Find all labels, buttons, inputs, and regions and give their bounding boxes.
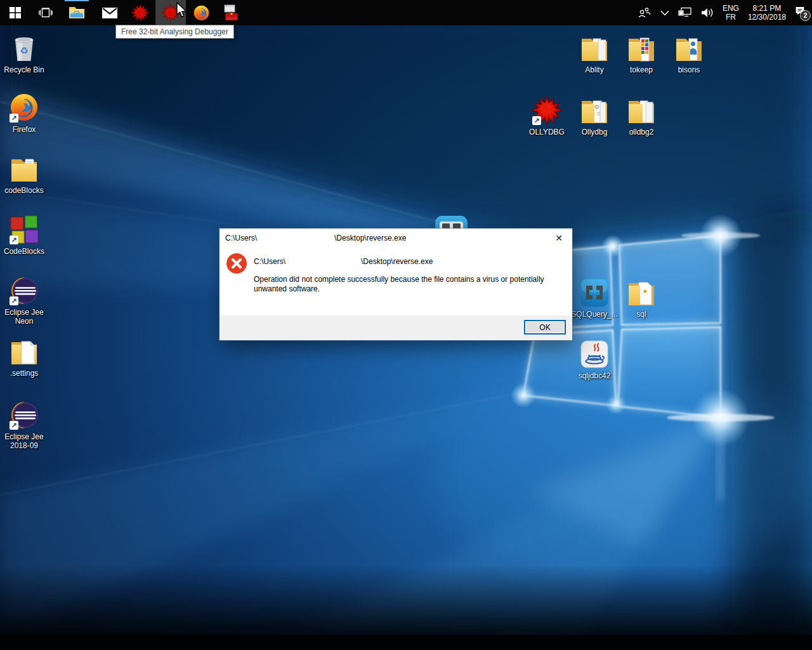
sql-operations-studio-icon <box>579 277 610 308</box>
error-dialog: C:\Users\ \Desktop\reverse.exe ✕ C:\User… <box>219 229 572 340</box>
icon-label: Firefox <box>0 125 48 134</box>
firefox-icon: ↗ <box>9 93 39 123</box>
desktop-icon-bisons[interactable]: bisons <box>665 33 713 74</box>
mail-icon <box>102 8 117 18</box>
icon-label: sql <box>617 310 665 319</box>
folder-icon <box>9 154 39 184</box>
action-center-button[interactable]: 2 <box>790 0 809 25</box>
language-line1: ENG <box>723 4 739 13</box>
notification-badge: 2 <box>800 10 811 21</box>
java-icon <box>579 339 610 369</box>
task-view-button[interactable] <box>30 0 61 25</box>
svg-text:⚙: ⚙ <box>594 103 600 110</box>
close-button[interactable]: ✕ <box>546 229 572 248</box>
codeblocks-icon: ↗ <box>9 215 39 245</box>
dialog-title-path-suffix: \Desktop\reverse.exe <box>334 234 406 242</box>
icon-label: sqljdbc42 <box>570 371 619 380</box>
mouse-cursor <box>176 2 190 18</box>
toolbox-button[interactable] <box>216 0 247 25</box>
file-explorer-button[interactable] <box>62 0 92 25</box>
icon-label: codeBlocks <box>0 186 48 195</box>
toolbox-icon <box>223 4 240 22</box>
desktop-icon-ablity[interactable]: Ablity <box>570 33 619 74</box>
shortcut-arrow-icon: ↗ <box>10 235 18 244</box>
ollydbg-button-1[interactable] <box>125 0 155 25</box>
desktop-icon-sqlquery[interactable]: SQLQuery_... <box>570 277 619 319</box>
people-button[interactable] <box>633 0 656 25</box>
taskbar-spacer <box>247 0 633 25</box>
icon-label: Eclipse Jee Neon <box>0 308 48 326</box>
ok-button[interactable]: OK <box>524 320 566 335</box>
shortcut-arrow-icon: ↗ <box>532 116 541 125</box>
dialog-title-path-prefix: C:\Users\ <box>225 234 257 242</box>
icon-label: SQLQuery_... <box>570 310 619 319</box>
desktop-icon-firefox[interactable]: ↗ Firefox <box>0 93 48 134</box>
volume-icon <box>701 7 714 18</box>
clock-date: 12/30/2018 <box>748 13 786 22</box>
folder-icon: ⚙ ⚙ <box>579 95 610 126</box>
folder-icon <box>626 277 657 308</box>
desktop-icon-codeblocks-folder[interactable]: codeBlocks <box>0 154 48 195</box>
start-button[interactable] <box>0 0 30 25</box>
firefox-icon <box>193 4 210 22</box>
shortcut-arrow-icon: ↗ <box>10 296 18 305</box>
folder-icon <box>626 95 657 126</box>
system-tray: ENG FR 8:21 PM 12/30/2018 2 <box>633 0 812 25</box>
taskbar-tooltip: Free 32-bit Analysing Debugger <box>115 25 234 39</box>
recycle-bin-icon: ♻ <box>9 33 39 63</box>
volume-button[interactable] <box>697 0 718 25</box>
svg-text:♻: ♻ <box>20 45 28 56</box>
icon-label: olldbg2 <box>617 128 665 136</box>
shortcut-arrow-icon: ↗ <box>10 421 18 430</box>
desktop-icon-recycle-bin[interactable]: ♻ Recycle Bin <box>0 33 48 74</box>
network-icon <box>678 7 692 18</box>
ollydbg-icon <box>131 4 149 22</box>
desktop-icon-sql-folder[interactable]: sql <box>617 277 665 319</box>
language-indicator[interactable]: ENG FR <box>718 0 743 25</box>
icon-label: bisons <box>665 65 713 74</box>
eclipse-icon: ↗ <box>9 400 39 430</box>
dialog-footer: OK <box>219 315 572 340</box>
network-button[interactable] <box>674 0 697 25</box>
desktop-icon-eclipse-2018[interactable]: ↗ Eclipse Jee 2018-09 <box>0 400 48 450</box>
folder-icon <box>674 33 704 63</box>
body-path-suffix: \Desktop\reverse.exe <box>361 257 433 266</box>
dialog-message: Operation did not complete successfully … <box>254 275 554 294</box>
icon-label: Ablity <box>570 65 619 74</box>
folder-icon <box>579 33 610 63</box>
icon-label: Eclipse Jee 2018-09 <box>0 432 48 450</box>
close-icon: ✕ <box>555 233 563 243</box>
clock[interactable]: 8:21 PM 12/30/2018 <box>743 0 790 25</box>
desktop-icon-tokeep[interactable]: tokeep <box>617 33 665 74</box>
file-explorer-icon <box>69 6 85 20</box>
desktop-icon-ollydbg[interactable]: ↗ OLLYDBG <box>523 95 571 136</box>
folder-icon <box>626 33 657 63</box>
icon-label: CodeBlocks <box>0 247 48 256</box>
icon-label: tokeep <box>617 65 665 74</box>
shortcut-arrow-icon: ↗ <box>10 114 18 123</box>
icon-label: Recycle Bin <box>0 65 48 74</box>
body-path-prefix: C:\Users\ <box>254 257 285 266</box>
task-view-icon <box>39 7 53 18</box>
eclipse-icon: ↗ <box>9 275 39 306</box>
chevron-down-icon <box>660 10 669 16</box>
people-icon <box>638 7 652 18</box>
desktop-icon-ollydbg-folder[interactable]: ⚙ ⚙ Ollydbg <box>570 95 619 136</box>
clock-time: 8:21 PM <box>753 4 782 13</box>
windows-logo-icon <box>10 7 21 18</box>
screen: ENG FR 8:21 PM 12/30/2018 2 Free 32-bit … <box>0 0 812 650</box>
taskbar: ENG FR 8:21 PM 12/30/2018 2 <box>0 0 812 25</box>
error-icon <box>226 253 247 274</box>
language-line2: FR <box>726 13 736 22</box>
firefox-button[interactable] <box>186 0 216 25</box>
desktop-icon-codeblocks-app[interactable]: ↗ CodeBlocks <box>0 215 48 256</box>
mail-button[interactable] <box>95 0 125 25</box>
icon-label: OLLYDBG <box>523 128 571 136</box>
desktop-icon-olldbg2[interactable]: olldbg2 <box>617 95 665 136</box>
desktop-icon-sqljdbc42[interactable]: sqljdbc42 <box>570 339 619 380</box>
dialog-titlebar[interactable]: C:\Users\ \Desktop\reverse.exe ✕ <box>219 229 572 248</box>
show-hidden-icons-button[interactable] <box>656 0 674 25</box>
running-indicator <box>65 0 89 1</box>
desktop-icon-eclipse-neon[interactable]: ↗ Eclipse Jee Neon <box>0 275 48 326</box>
desktop-icon-settings-folder[interactable]: .settings <box>0 336 48 378</box>
